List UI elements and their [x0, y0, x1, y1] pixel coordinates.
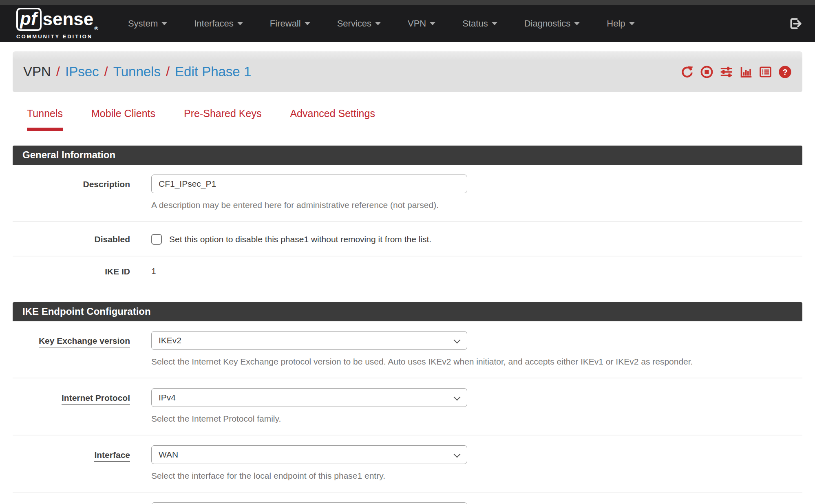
top-navbar: pfsense® COMMUNITY EDITION System Interf…	[0, 5, 815, 42]
registered-mark: ®	[94, 26, 98, 31]
menu-system[interactable]: System	[115, 18, 181, 29]
description-label: Description	[13, 175, 130, 189]
key-exchange-version-help: Select the Internet Key Exchange protoco…	[151, 357, 802, 367]
breadcrumb-separator: /	[166, 64, 170, 80]
menu-services[interactable]: Services	[324, 18, 394, 29]
menu-firewall[interactable]: Firewall	[256, 18, 324, 29]
disabled-label: Disabled	[13, 232, 130, 244]
page-tabs: Tunnels Mobile Clients Pre-Shared Keys A…	[13, 108, 802, 131]
chevron-down-icon	[430, 22, 435, 25]
menu-help[interactable]: Help	[593, 18, 648, 29]
tab-tunnels[interactable]: Tunnels	[13, 108, 77, 131]
disabled-checkbox-label[interactable]: Set this option to disable this phase1 w…	[169, 234, 431, 244]
interface-select[interactable]: WAN	[151, 445, 467, 464]
sign-out-icon[interactable]	[788, 16, 803, 31]
menu-status[interactable]: Status	[449, 18, 510, 29]
tab-advanced-settings[interactable]: Advanced Settings	[276, 108, 389, 131]
chevron-down-icon	[454, 394, 461, 401]
internet-protocol-label: Internet Protocol	[62, 393, 130, 405]
interface-label: Interface	[94, 450, 130, 462]
breadcrumb-ipsec-link[interactable]: IPsec	[65, 64, 99, 80]
row-internet-protocol: Internet Protocol IPv4 Select the Intern…	[13, 378, 802, 435]
breadcrumb: VPN / IPsec / Tunnels / Edit Phase 1	[23, 64, 251, 80]
row-description: Description A description may be entered…	[13, 165, 802, 221]
menu-interfaces[interactable]: Interfaces	[181, 18, 256, 29]
row-remote-gateway: Remote Gateway Enter the public IP addre…	[13, 492, 802, 504]
row-key-exchange-version: Key Exchange version IKEv2 Select the In…	[13, 321, 802, 378]
pfsense-logo[interactable]: pfsense® COMMUNITY EDITION	[16, 8, 98, 40]
remote-gateway-input[interactable]	[151, 502, 467, 504]
chevron-down-icon	[492, 22, 497, 25]
section-title: IKE Endpoint Configuration	[13, 302, 802, 321]
key-exchange-version-label: Key Exchange version	[39, 336, 130, 347]
chevron-down-icon	[574, 22, 580, 25]
menu-vpn[interactable]: VPN	[394, 18, 449, 29]
section-title: General Information	[13, 146, 802, 165]
refresh-icon[interactable]	[680, 65, 694, 79]
panel-ike-endpoint-configuration: IKE Endpoint Configuration Key Exchange …	[13, 302, 802, 504]
logo-tagline: COMMUNITY EDITION	[16, 33, 98, 40]
top-strip	[0, 0, 815, 5]
breadcrumb-separator: /	[104, 64, 108, 80]
breadcrumb-separator: /	[56, 64, 60, 80]
breadcrumb-vpn: VPN	[23, 64, 51, 80]
row-interface: Interface WAN Select the interface for t…	[13, 435, 802, 492]
ike-id-value: 1	[151, 266, 802, 276]
breadcrumb-tunnels-link[interactable]: Tunnels	[113, 64, 161, 80]
chevron-down-icon	[629, 22, 635, 25]
svg-text:?: ?	[782, 67, 788, 76]
chevron-down-icon	[375, 22, 381, 25]
tab-pre-shared-keys[interactable]: Pre-Shared Keys	[170, 108, 276, 131]
status-log-icon[interactable]	[759, 65, 772, 79]
stop-icon[interactable]	[700, 65, 713, 79]
sliders-icon[interactable]	[720, 65, 733, 79]
logo-pf-mark: pf	[16, 8, 42, 31]
page-action-icons: ?	[680, 65, 792, 79]
main-menu: System Interfaces Firewall Services VPN …	[115, 18, 648, 29]
help-icon[interactable]: ?	[778, 65, 792, 79]
internet-protocol-help: Select the Internet Protocol family.	[151, 414, 802, 424]
panel-general-information: General Information Description A descri…	[13, 146, 802, 287]
breadcrumb-bar: VPN / IPsec / Tunnels / Edit Phase 1 ?	[13, 51, 802, 92]
row-ike-id: IKE ID 1	[13, 256, 802, 287]
interface-help: Select the interface for the local endpo…	[151, 471, 802, 481]
chevron-down-icon	[237, 22, 243, 25]
key-exchange-version-select[interactable]: IKEv2	[151, 331, 467, 350]
description-help: A description may be entered here for ad…	[151, 200, 802, 210]
menu-diagnostics[interactable]: Diagnostics	[511, 18, 594, 29]
chevron-down-icon	[454, 337, 461, 344]
chevron-down-icon	[305, 22, 310, 25]
breadcrumb-edit-phase1-link[interactable]: Edit Phase 1	[175, 64, 251, 80]
ike-id-label: IKE ID	[13, 266, 130, 276]
logo-sense-text: sense	[43, 10, 94, 28]
disabled-checkbox[interactable]	[151, 234, 162, 245]
bar-chart-icon[interactable]	[739, 65, 753, 79]
chevron-down-icon	[161, 22, 167, 25]
row-disabled: Disabled Set this option to disable this…	[13, 221, 802, 256]
internet-protocol-select[interactable]: IPv4	[151, 388, 467, 407]
tab-mobile-clients[interactable]: Mobile Clients	[77, 108, 170, 131]
chevron-down-icon	[454, 451, 461, 458]
description-input[interactable]	[151, 175, 467, 193]
